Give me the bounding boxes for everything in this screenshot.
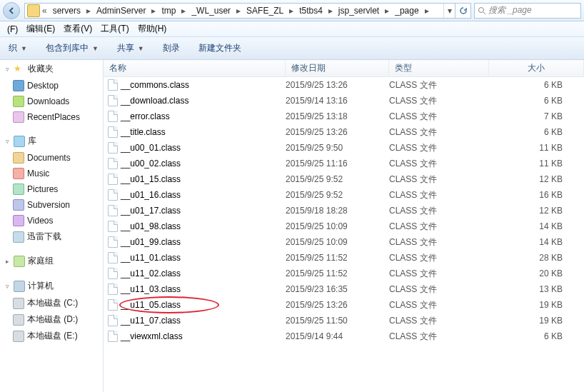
nav-downloads[interactable]: Downloads xyxy=(0,94,103,109)
column-date[interactable]: 修改日期 xyxy=(286,60,389,76)
breadcrumb-item[interactable]: _page xyxy=(391,4,422,17)
file-size: 6 KB xyxy=(489,80,584,90)
file-type: CLASS 文件 xyxy=(389,299,489,311)
include-library-button[interactable]: 包含到库中▼ xyxy=(41,40,103,56)
subversion-icon xyxy=(13,199,24,211)
file-name: __error.class xyxy=(121,111,170,121)
file-row[interactable]: __u11_03.class2015/9/23 16:35CLASS 文件13 … xyxy=(104,281,584,297)
nav-drive-e[interactable]: 本地磁盘 (E:) xyxy=(0,328,103,344)
homegroup-icon xyxy=(14,256,25,267)
file-date: 2015/9/25 9:52 xyxy=(286,190,389,200)
share-button[interactable]: 共享▼ xyxy=(113,40,148,56)
file-row[interactable]: __title.class2015/9/25 13:26CLASS 文件6 KB xyxy=(104,124,584,140)
file-row[interactable]: __u01_99.class2015/9/25 10:09CLASS 文件14 … xyxy=(104,234,584,250)
file-row[interactable]: __error.class2015/9/25 13:18CLASS 文件7 KB xyxy=(104,109,584,124)
organize-button[interactable]: 织▼ xyxy=(4,40,31,56)
file-size: 16 KB xyxy=(489,190,584,200)
file-icon xyxy=(108,174,118,185)
breadcrumb-prefix: « xyxy=(40,6,49,16)
breadcrumb-item[interactable]: servers xyxy=(49,4,84,17)
file-row[interactable]: __commons.class2015/9/25 13:26CLASS 文件6 … xyxy=(104,77,584,93)
file-name: __u11_05.class xyxy=(121,300,181,310)
breadcrumb-item[interactable]: tmp xyxy=(158,4,179,17)
file-size: 13 KB xyxy=(489,284,584,294)
file-size: 11 KB xyxy=(489,143,584,153)
nav-documents[interactable]: Documents xyxy=(0,150,103,166)
file-icon xyxy=(108,236,118,248)
nav-computer[interactable]: ▿计算机 xyxy=(0,277,103,295)
breadcrumb-dropdown[interactable]: ▾ xyxy=(443,4,455,18)
breadcrumb[interactable]: « servers▸AdminServer▸tmp▸_WL_user▸SAFE_… xyxy=(24,3,471,19)
svg-point-0 xyxy=(479,7,484,12)
chevron-down-icon: ▼ xyxy=(92,45,99,52)
refresh-icon xyxy=(459,6,468,15)
collapse-icon: ▿ xyxy=(4,66,11,72)
nav-recent[interactable]: RecentPlaces xyxy=(0,109,103,125)
toolbar: 织▼ 包含到库中▼ 共享▼ 刻录 新建文件夹 xyxy=(0,37,584,60)
file-date: 2015/9/25 13:26 xyxy=(286,127,389,137)
search-input[interactable]: 搜索 _page xyxy=(474,3,581,19)
file-row[interactable]: __u11_02.class2015/9/25 11:52CLASS 文件20 … xyxy=(104,266,584,281)
drive-icon xyxy=(13,298,24,309)
file-row[interactable]: __u01_98.class2015/9/25 10:09CLASS 文件14 … xyxy=(104,218,584,234)
file-name: __u01_98.class xyxy=(121,221,181,231)
file-row[interactable]: __download.class2015/9/14 13:16CLASS 文件6… xyxy=(104,93,584,109)
file-row[interactable]: __u11_01.class2015/9/25 11:52CLASS 文件28 … xyxy=(104,250,584,266)
breadcrumb-item[interactable]: jsp_servlet xyxy=(335,4,383,17)
file-row[interactable]: __u00_01.class2015/9/25 9:50CLASS 文件11 K… xyxy=(104,140,584,156)
nav-favorites[interactable]: ▿★收藏夹 xyxy=(0,60,103,78)
navigation-pane[interactable]: ▿★收藏夹 Desktop Downloads RecentPlaces ▿库 … xyxy=(0,60,104,392)
refresh-button[interactable] xyxy=(455,4,470,18)
column-name[interactable]: 名称 xyxy=(104,60,286,76)
nav-videos[interactable]: Videos xyxy=(0,213,103,228)
menu-tools[interactable]: 工具(T) xyxy=(96,21,133,36)
file-size: 20 KB xyxy=(489,268,584,278)
library-icon xyxy=(14,136,25,147)
file-row[interactable]: __u01_17.class2015/9/18 18:28CLASS 文件12 … xyxy=(104,203,584,218)
breadcrumb-item[interactable]: AdminServer xyxy=(93,4,149,17)
file-type: CLASS 文件 xyxy=(389,95,489,107)
file-list-pane: 名称 修改日期 类型 大小 __commons.class2015/9/25 1… xyxy=(104,60,584,392)
file-row[interactable]: __u01_15.class2015/9/25 9:52CLASS 文件12 K… xyxy=(104,171,584,187)
file-date: 2015/9/23 16:35 xyxy=(286,284,389,294)
nav-drive-c[interactable]: 本地磁盘 (C:) xyxy=(0,295,103,311)
file-row[interactable]: __viewxml.class2015/9/14 9:44CLASS 文件6 K… xyxy=(104,328,584,344)
search-placeholder: 搜索 _page xyxy=(488,4,532,16)
column-type[interactable]: 类型 xyxy=(389,60,489,76)
chevron-right-icon: ▸ xyxy=(383,6,391,16)
file-icon xyxy=(108,268,118,279)
file-row[interactable]: __u11_05.class2015/9/25 13:26CLASS 文件19 … xyxy=(104,297,584,313)
file-icon xyxy=(108,299,118,311)
menu-file[interactable]: (F) xyxy=(3,23,22,36)
menu-view[interactable]: 查看(V) xyxy=(59,21,96,36)
back-button[interactable] xyxy=(3,2,20,19)
breadcrumb-item[interactable]: _WL_user xyxy=(188,4,234,17)
column-size[interactable]: 大小 xyxy=(489,60,584,76)
star-icon: ★ xyxy=(14,64,25,75)
nav-pictures[interactable]: Pictures xyxy=(0,181,103,197)
nav-libraries[interactable]: ▿库 xyxy=(0,132,103,150)
file-row[interactable]: __u00_02.class2015/9/25 11:16CLASS 文件11 … xyxy=(104,156,584,171)
nav-music[interactable]: Music xyxy=(0,166,103,181)
folder-icon xyxy=(27,4,40,17)
breadcrumb-item[interactable]: t5tbs4 xyxy=(296,4,326,17)
burn-button[interactable]: 刻录 xyxy=(158,40,184,56)
file-type: CLASS 文件 xyxy=(389,205,489,217)
file-date: 2015/9/25 9:50 xyxy=(286,143,389,153)
column-headers: 名称 修改日期 类型 大小 xyxy=(104,60,584,77)
nav-xunlei[interactable]: 迅雷下载 xyxy=(0,228,103,245)
menu-edit[interactable]: 编辑(E) xyxy=(22,21,59,36)
file-row[interactable]: __u11_07.class2015/9/25 11:50CLASS 文件19 … xyxy=(104,313,584,328)
file-type: CLASS 文件 xyxy=(389,79,489,91)
nav-desktop[interactable]: Desktop xyxy=(0,78,103,94)
file-date: 2015/9/14 13:16 xyxy=(286,96,389,106)
nav-homegroup[interactable]: ▸家庭组 xyxy=(0,252,103,270)
nav-drive-d[interactable]: 本地磁盘 (D:) xyxy=(0,311,103,328)
file-type: CLASS 文件 xyxy=(389,158,489,170)
new-folder-button[interactable]: 新建文件夹 xyxy=(194,40,246,56)
file-row[interactable]: __u01_16.class2015/9/25 9:52CLASS 文件16 K… xyxy=(104,187,584,203)
nav-subversion[interactable]: Subversion xyxy=(0,197,103,213)
menu-help[interactable]: 帮助(H) xyxy=(134,21,171,36)
breadcrumb-item[interactable]: SAFE_ZL xyxy=(243,4,287,17)
file-icon xyxy=(108,79,118,91)
